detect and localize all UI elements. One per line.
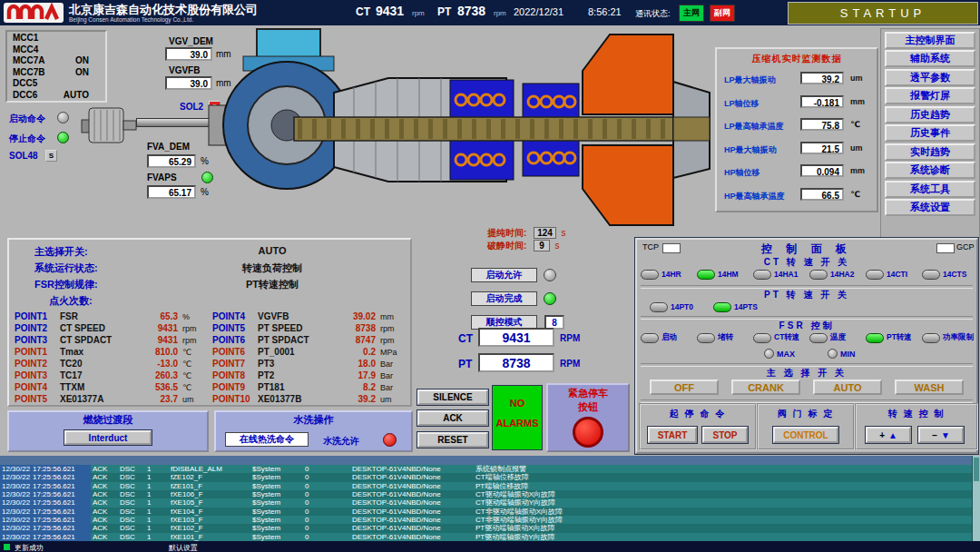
max-switch[interactable]: MAX (764, 349, 795, 359)
comm-status-label: 通讯状态: (635, 8, 671, 20)
speed-switch[interactable]: 14PTS (713, 300, 777, 314)
max-indicator (764, 349, 774, 359)
selector-button[interactable]: OFF (650, 380, 719, 395)
point-row: POINT7 PT3 18.0 Bar (212, 358, 410, 370)
alarm-tag-name: fZE102_F (169, 473, 250, 481)
alarm-row[interactable]: 12/30/22 17:25:56.621 ACK DSC 1 fXE101_F… (0, 533, 973, 541)
speed-switch[interactable]: 14HM (697, 267, 753, 281)
selector-button-label: CRANK (748, 382, 784, 393)
point-value: 536.5 (132, 382, 178, 392)
mcc-state: AUTO (64, 90, 89, 102)
speed-switch[interactable]: 14HR (641, 267, 697, 281)
fsr-mode-switch[interactable]: 温度 (809, 330, 866, 345)
alarm-group: $System (250, 482, 303, 490)
alarm-row[interactable]: 12/30/22 17:25:56.621 ACK DSC 1 fXE103_F… (0, 516, 973, 524)
scrollbar-thumb[interactable] (974, 458, 979, 481)
alarm-comment: 系统锁制点报警 (474, 465, 973, 473)
selector-button[interactable]: AUTO (813, 380, 882, 395)
alarm-table-body: 12/30/22 17:25:56.621 ACK DSC 1 fDISBALE… (0, 465, 973, 541)
selector-button[interactable]: CRANK (731, 380, 800, 395)
alarm-station: DESKTOP-61V4NBD/None (350, 465, 474, 473)
interduct-button[interactable]: Interduct (64, 430, 152, 445)
switch-label: 14CTI (887, 270, 907, 279)
alarm-date: 12/30/22 (0, 482, 31, 490)
alarm-group: $System (250, 516, 303, 524)
startup-mode-button[interactable]: STARTUP (788, 2, 978, 25)
speed-switch[interactable]: 14HA2 (809, 267, 866, 281)
switch-label: 14HM (718, 270, 739, 279)
fsr-mode-switch[interactable]: 启动 (641, 330, 697, 345)
alarm-row[interactable]: 12/30/22 17:25:56.621 ACK DSC 1 fXE104_F… (0, 508, 973, 516)
start-button[interactable]: START (648, 427, 697, 443)
alarm-station: DESKTOP-61V4NBD/None (350, 533, 474, 541)
online-hot-wash-button[interactable]: 在线热洗命令 (225, 432, 309, 447)
point-unit: rpm (376, 336, 407, 345)
speed-switch[interactable]: 14CTI (866, 267, 922, 281)
nav-button[interactable]: 历史事件 (885, 124, 975, 142)
control-button[interactable]: CONTROL (773, 427, 838, 443)
switch-indicator (697, 333, 715, 343)
alarm-value: 0 (303, 524, 350, 532)
fsr-mode-switch[interactable]: PT转速 (866, 330, 922, 345)
speed-switch[interactable]: 14HA1 (753, 267, 809, 281)
point-value: 65.3 (132, 311, 178, 321)
fsr-mode-switch[interactable]: 堵转 (697, 330, 753, 345)
start-stop-title: 起 停 命 令 (641, 408, 755, 420)
speed-switch[interactable]: 14CTS (922, 267, 978, 281)
point-row: POINT8 PT2 17.9 Bar (212, 370, 410, 381)
point-name: TC17 (60, 370, 132, 380)
nav-button[interactable]: 主控制界面 (885, 32, 975, 49)
point-id: POINT6 (212, 335, 258, 345)
alarm-row[interactable]: 12/30/22 17:25:56.621 ACK DSC 1 fXE105_F… (0, 498, 973, 507)
monitor-unit: ℃ (850, 120, 860, 129)
switch-indicator (922, 333, 940, 343)
alarm-row[interactable]: 12/30/22 17:25:56.621 ACK DSC 1 fXE106_F… (0, 490, 973, 498)
monitor-row: LP最大轴振动 39.2 um (717, 69, 877, 93)
alarm-scrollbar[interactable] (972, 456, 980, 541)
alarm-tag-name: fXE102_F (169, 524, 250, 532)
point-value: 9431 (132, 323, 178, 333)
speed-down-button[interactable]: − ▼ (918, 427, 964, 443)
nav-button[interactable]: 系统工具 (885, 181, 975, 198)
stop-button[interactable]: STOP (702, 427, 748, 443)
nav-button[interactable]: 实时趋势 (885, 143, 975, 161)
status-indicator-square (4, 544, 10, 550)
alarm-value: 0 (303, 533, 350, 541)
nav-button[interactable]: 报警灯屏 (885, 87, 975, 104)
reset-button[interactable]: RESET (417, 432, 488, 448)
switch-indicator (650, 302, 668, 312)
nav-button[interactable]: 系统设置 (885, 199, 975, 216)
nav-button-label: 实时趋势 (910, 145, 950, 159)
fsr-mode-switch[interactable]: CT转速 (753, 330, 809, 345)
ct-speed-switch-row: 14HR 14HM 14HA1 14HA2 14CTI 14CTS (641, 267, 978, 281)
point-value: 17.9 (330, 370, 376, 380)
silence-button[interactable]: SILENCE (417, 389, 488, 405)
point-row: POINT5 XE01377A 23.7 um (15, 393, 211, 405)
monitor-row: LP最高轴承温度 75.8 ℃ (717, 115, 877, 139)
alarm-row[interactable]: 12/30/22 17:25:56.621 ACK DSC 1 fDISBALE… (0, 465, 973, 473)
min-switch[interactable]: MIN (828, 349, 856, 359)
alarm-time: 17:25:56.621 (31, 508, 91, 516)
wash-permit-lamp (383, 433, 397, 447)
fva-dem-label: FVA_DEM (147, 142, 190, 152)
alarm-row[interactable]: 12/30/22 17:25:56.621 ACK DSC 1 fXE102_F… (0, 524, 973, 532)
selector-button[interactable]: WASH (895, 380, 964, 395)
point-value: -13.0 (132, 359, 178, 369)
alarm-row[interactable]: 12/30/22 17:25:56.621 ACK DSC 1 fZE102_F… (0, 473, 973, 481)
secondary-net-badge: 副网 (710, 5, 735, 22)
nav-button[interactable]: 系统诊断 (885, 162, 975, 179)
nav-button[interactable]: 辅助系统 (885, 50, 975, 67)
point-name: TC20 (60, 359, 132, 369)
alarm-row[interactable]: 12/30/22 17:25:56.621 ACK DSC 1 fZE101_F… (0, 482, 973, 490)
monitor-unit: mm (850, 97, 865, 106)
point-value: 260.3 (132, 370, 178, 380)
ct-speed-unit: rpm (412, 9, 425, 17)
fsr-mode-switch[interactable]: 功率限制 (922, 330, 978, 345)
nav-button[interactable]: 透平参数 (885, 69, 975, 86)
ack-button[interactable]: ACK (417, 410, 488, 426)
speed-up-button[interactable]: + ▲ (866, 427, 911, 443)
speed-switch[interactable]: 14PT0 (650, 300, 713, 314)
estop-button[interactable] (573, 417, 603, 448)
alarm-state: ACK (91, 516, 118, 524)
nav-button[interactable]: 历史趋势 (885, 106, 975, 123)
